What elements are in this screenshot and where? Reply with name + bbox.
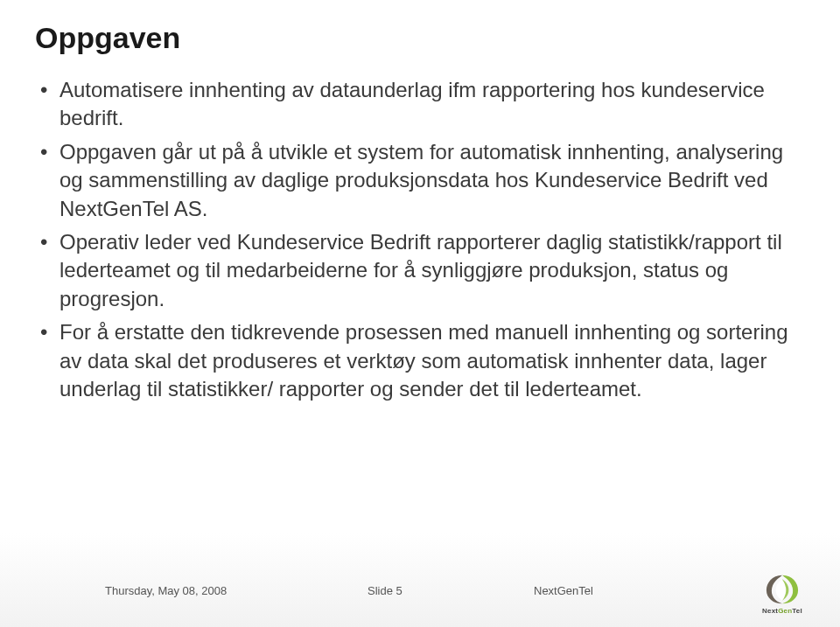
logo-swirl-icon [763, 573, 802, 606]
bullet-list: Automatisere innhenting av dataunderlag … [35, 76, 805, 403]
slide-footer: Thursday, May 08, 2008 Slide 5 NextGenTe… [0, 573, 840, 608]
logo-brand-prefix: Next [762, 607, 778, 615]
bullet-item: Automatisere innhenting av dataunderlag … [35, 76, 805, 133]
bullet-item: For å erstatte den tidkrevende prosessen… [35, 318, 805, 403]
logo-brand-green: Gen [778, 607, 792, 615]
logo-brand-text: NextGenTel [762, 607, 802, 615]
brand-logo: NextGenTel [756, 569, 808, 615]
footer-date: Thursday, May 08, 2008 [35, 584, 368, 597]
footer-slide-number: Slide 5 [368, 584, 534, 597]
bullet-item: Oppgaven går ut på å utvikle et system f… [35, 138, 805, 223]
logo-brand-suffix: Tel [792, 607, 802, 615]
bullet-item: Operativ leder ved Kundeservice Bedrift … [35, 228, 805, 313]
slide: Oppgaven Automatisere innhenting av data… [0, 0, 840, 627]
slide-title: Oppgaven [35, 21, 805, 55]
